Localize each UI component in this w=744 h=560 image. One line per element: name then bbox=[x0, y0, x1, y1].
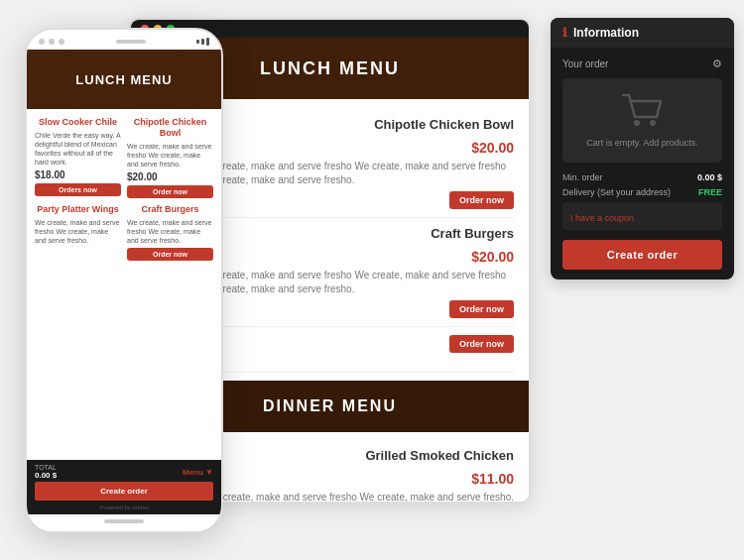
phone-item-price: $18.00 bbox=[35, 169, 121, 180]
phone-dot-3 bbox=[59, 39, 64, 45]
dinner-title: DINNER MENU bbox=[263, 397, 397, 415]
order-now-button[interactable]: Order now bbox=[449, 300, 514, 318]
phone-hero: LUNCH MENU bbox=[27, 50, 221, 109]
signal-bar-1 bbox=[196, 40, 199, 44]
cart-icon bbox=[621, 93, 665, 133]
phone-order-button[interactable]: Order now bbox=[127, 248, 213, 261]
phone-menu-body: Slow Cooker Chile Chile Verde the easy w… bbox=[27, 109, 221, 460]
item-desc-right: We create, make and serve fresho We crea… bbox=[200, 269, 514, 296]
list-item: Party Platter Wings We create, make and … bbox=[35, 204, 121, 261]
phone-dots bbox=[39, 39, 64, 45]
order-now-button[interactable]: Order now bbox=[449, 191, 514, 209]
phone-item-desc: We create, make and serve fresho We crea… bbox=[35, 218, 121, 245]
info-body: Your order ⚙ Cart is empty. Add products… bbox=[551, 48, 734, 280]
cart-area: Cart is empty. Add products. bbox=[562, 78, 722, 163]
item-right: Order now bbox=[434, 335, 514, 353]
item-name: Grilled Smoked Chicken bbox=[365, 448, 514, 463]
phone-item-name: Slow Cooker Chile bbox=[35, 117, 121, 128]
phone-dot-2 bbox=[49, 39, 55, 45]
info-title: Information bbox=[573, 26, 639, 40]
signal-bar-3 bbox=[206, 38, 209, 46]
phone-create-order-button[interactable]: Create order bbox=[35, 482, 213, 501]
phone-home-indicator bbox=[27, 514, 221, 531]
item-name: Craft Burgers bbox=[431, 226, 514, 241]
phone-item-desc: We create, make and serve fresho We crea… bbox=[127, 218, 213, 245]
phone-item-name: Chipotle Chicken Bowl bbox=[127, 117, 213, 139]
settings-icon[interactable]: ⚙ bbox=[712, 57, 722, 70]
item-name: Chipotle Chicken Bowl bbox=[374, 117, 514, 132]
svg-point-1 bbox=[650, 120, 656, 126]
phone-bottom: TOTAL 0.00 $ Menu ▼ Create order Powered… bbox=[27, 460, 221, 514]
list-item: Craft Burgers We create, make and serve … bbox=[127, 204, 213, 261]
cart-empty-text: Cart is empty. Add products. bbox=[586, 138, 697, 148]
phone-item-name: Craft Burgers bbox=[127, 204, 213, 215]
your-order-section: Your order ⚙ bbox=[562, 57, 722, 70]
item-desc-right: We create, make and serve fresho We crea… bbox=[205, 491, 514, 502]
phone-item-desc: We create, make and serve fresho We crea… bbox=[127, 142, 213, 168]
phone-content: LUNCH MENU Slow Cooker Chile Chile Verde… bbox=[27, 50, 221, 460]
item-price: $20.00 bbox=[471, 249, 514, 265]
min-order-value: 0.00 $ bbox=[697, 172, 722, 182]
info-header: ℹ Information bbox=[551, 18, 734, 48]
phone-hero-title: LUNCH MENU bbox=[75, 72, 172, 87]
item-right: Grilled Smoked Chicken $11.00 We create,… bbox=[205, 448, 514, 502]
phone-dot-1 bbox=[39, 39, 45, 45]
svg-point-0 bbox=[634, 120, 640, 126]
delivery-label: Delivery (Set your address) bbox=[562, 187, 671, 197]
coupon-text: I have a coupon bbox=[570, 213, 634, 223]
phone-mockup: LUNCH MENU Slow Cooker Chile Chile Verde… bbox=[25, 28, 223, 533]
item-right: Craft Burgers $20.00 We create, make and… bbox=[200, 226, 514, 318]
min-order-label: Min. order bbox=[562, 172, 603, 182]
phone-total-value: 0.00 $ bbox=[35, 471, 57, 480]
phone-total-label: TOTAL bbox=[35, 464, 57, 471]
item-price: $20.00 bbox=[471, 140, 514, 156]
info-panel: ℹ Information Your order ⚙ Cart is empty… bbox=[551, 18, 734, 280]
phone-menu-grid: Slow Cooker Chile Chile Verde the easy w… bbox=[35, 117, 213, 261]
list-item: Slow Cooker Chile Chile Verde the easy w… bbox=[35, 117, 121, 198]
phone-order-button[interactable]: Order now bbox=[127, 185, 213, 198]
powered-by-text: Powered by tableo bbox=[27, 504, 221, 514]
phone-order-button[interactable]: Orders now bbox=[35, 183, 121, 196]
phone-top-bar bbox=[27, 30, 221, 50]
home-bar bbox=[104, 519, 144, 523]
phone-menu-toggle[interactable]: Menu ▼ bbox=[183, 468, 213, 477]
delivery-value: FREE bbox=[698, 187, 722, 197]
signal-bar-2 bbox=[201, 39, 204, 45]
list-item: Chipotle Chicken Bowl We create, make an… bbox=[127, 117, 213, 198]
item-right: Chipotle Chicken Bowl $20.00 We create, … bbox=[200, 117, 514, 209]
min-order-row: Min. order 0.00 $ bbox=[562, 172, 722, 182]
phone-item-price: $20.00 bbox=[127, 171, 213, 182]
item-desc-right: We create, make and serve fresho We crea… bbox=[200, 160, 514, 187]
phone-item-desc: Chile Verde the easy way. A delightful b… bbox=[35, 131, 121, 167]
tablet-hero-title: LUNCH MENU bbox=[260, 58, 400, 79]
info-icon: ℹ bbox=[562, 26, 567, 40]
phone-total-section: TOTAL 0.00 $ bbox=[35, 464, 57, 480]
phone-bottom-inner: TOTAL 0.00 $ Menu ▼ bbox=[27, 460, 221, 482]
phone-notch bbox=[116, 40, 146, 44]
item-price: $11.00 bbox=[471, 471, 514, 487]
scene: ℹ Information Your order ⚙ Cart is empty… bbox=[0, 0, 744, 560]
your-order-label: Your order bbox=[562, 58, 608, 69]
order-now-button[interactable]: Order now bbox=[449, 335, 514, 353]
coupon-row[interactable]: I have a coupon bbox=[562, 202, 722, 230]
phone-signal bbox=[196, 38, 209, 46]
create-order-button[interactable]: Create order bbox=[562, 240, 722, 270]
phone-item-name: Party Platter Wings bbox=[35, 204, 121, 215]
delivery-row: Delivery (Set your address) FREE bbox=[562, 187, 722, 197]
